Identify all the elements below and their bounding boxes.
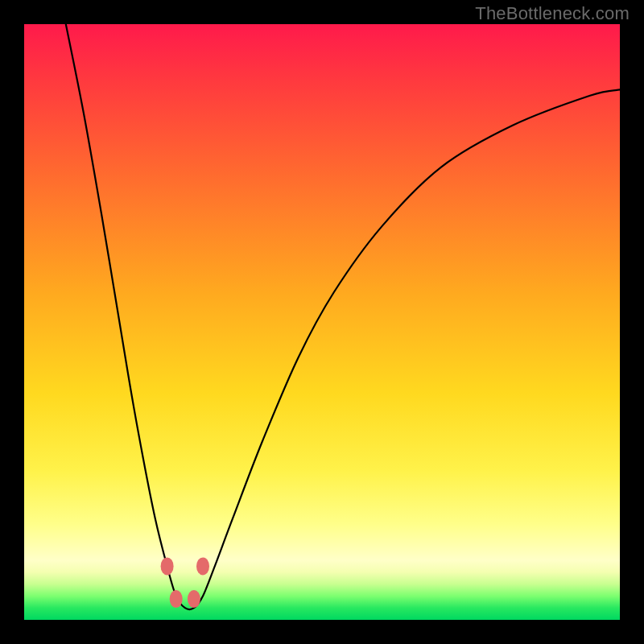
curve-dot <box>170 590 183 608</box>
chart-svg <box>24 24 620 620</box>
watermark-label: TheBottleneck.com <box>475 3 630 24</box>
curve-dot <box>161 557 174 575</box>
curve-dot <box>196 557 209 575</box>
curve-dots <box>161 557 209 608</box>
curve-dot <box>188 590 200 608</box>
chart-plot-area <box>24 24 620 620</box>
bottleneck-curve <box>66 24 620 609</box>
